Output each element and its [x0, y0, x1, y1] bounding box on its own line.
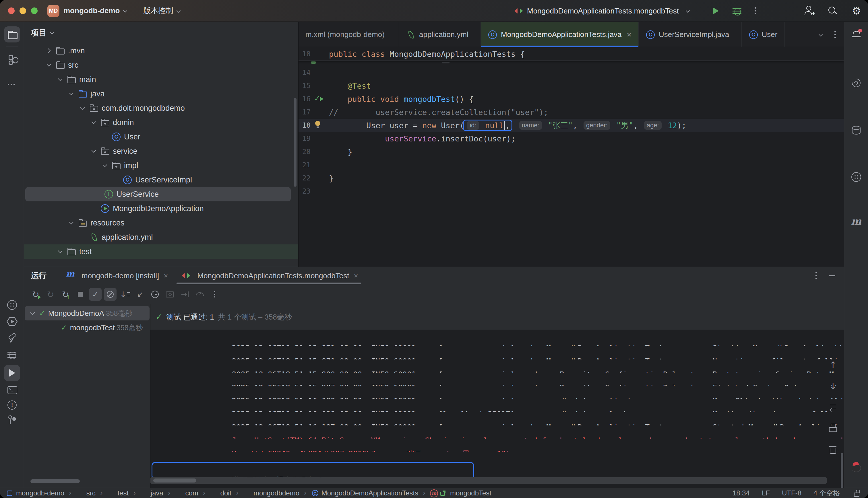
- notifications-button[interactable]: [848, 27, 864, 43]
- project-panel-header[interactable]: 项目: [24, 22, 298, 43]
- minimize-panel-icon[interactable]: [829, 275, 835, 276]
- more-tools-button[interactable]: [4, 76, 20, 92]
- close-tab-icon[interactable]: ×: [354, 271, 358, 280]
- database-tool-button[interactable]: [848, 122, 864, 139]
- close-tab-icon[interactable]: ×: [627, 30, 632, 39]
- editor-tab[interactable]: User: [742, 22, 785, 47]
- build-tool-button[interactable]: [4, 330, 20, 346]
- debug-tool-button[interactable]: [4, 347, 20, 363]
- tab-options-icon[interactable]: [833, 30, 837, 40]
- tree-row[interactable]: service: [24, 144, 298, 158]
- settings-gear-icon[interactable]: ⚙: [851, 5, 862, 17]
- toolbar-icon[interactable]: [208, 288, 221, 301]
- toolbar-icon[interactable]: [59, 288, 72, 301]
- gutter-icon[interactable]: [311, 79, 329, 92]
- clear-console-icon[interactable]: [827, 443, 839, 456]
- tree-chevron-icon[interactable]: [101, 161, 109, 170]
- encoding-indicator[interactable]: UTF-8: [782, 489, 801, 497]
- gutter-icon[interactable]: [311, 92, 329, 106]
- problems-tool-button[interactable]: [4, 397, 20, 413]
- project-scrollbar[interactable]: [294, 98, 297, 187]
- tree-row[interactable]: java: [24, 87, 298, 101]
- run-tab[interactable]: MongodbDemoApplicationTests.mongodbTest …: [174, 267, 364, 284]
- add-user-icon[interactable]: +: [803, 5, 815, 17]
- search-everywhere-icon[interactable]: [827, 5, 838, 16]
- panel-options-icon[interactable]: [815, 271, 817, 280]
- more-actions-button[interactable]: [754, 6, 756, 16]
- run-configuration-selector[interactable]: MongodbDemoApplicationTests.mongodbTest: [514, 0, 691, 22]
- breadcrumb-item[interactable]: src: [64, 488, 95, 497]
- tree-row[interactable]: User: [24, 130, 298, 144]
- scroll-down-icon[interactable]: ↓: [827, 380, 839, 392]
- indent-indicator[interactable]: 4 个空格: [814, 488, 840, 498]
- toolbar-icon[interactable]: [29, 288, 42, 301]
- services-right-button[interactable]: [848, 169, 864, 185]
- git-tool-button[interactable]: [4, 412, 20, 428]
- toolbar-icon[interactable]: [104, 288, 117, 301]
- tree-chevron-icon[interactable]: [90, 204, 99, 213]
- run-tab[interactable]: mongodb-demo [install] ×: [58, 267, 174, 284]
- tree-chevron-icon[interactable]: [93, 190, 102, 198]
- services-tool-button[interactable]: [4, 297, 20, 313]
- hidden-tabs-chevron-icon[interactable]: [818, 32, 824, 38]
- editor-tab[interactable]: m.xml (mongodb-demo): [299, 22, 399, 47]
- breadcrumb-item[interactable]: mongodbTest: [418, 488, 491, 497]
- tree-row[interactable]: UserService: [25, 187, 291, 201]
- test-tree-hscrollbar[interactable]: [30, 479, 80, 483]
- toolbar-icon[interactable]: [179, 288, 191, 301]
- tree-chevron-icon[interactable]: [90, 147, 99, 156]
- tree-row[interactable]: impl: [24, 158, 298, 173]
- breadcrumb-item[interactable]: test: [95, 488, 129, 497]
- breadcrumb-item[interactable]: com: [163, 488, 198, 497]
- tree-row[interactable]: UserServiceImpl: [24, 173, 298, 187]
- maven-tool-button[interactable]: m: [848, 213, 864, 229]
- minimize-window-button[interactable]: [20, 8, 26, 14]
- gutter-icon[interactable]: [311, 145, 329, 158]
- tree-chevron-icon[interactable]: [56, 75, 65, 84]
- gutter-icon[interactable]: [311, 66, 329, 79]
- breadcrumb-item[interactable]: doit: [198, 488, 231, 497]
- plugin-bird-button[interactable]: [848, 459, 864, 475]
- gutter-icon[interactable]: [311, 172, 329, 185]
- tree-row[interactable]: test: [24, 245, 298, 259]
- tree-chevron-icon[interactable]: [51, 323, 59, 332]
- tree-row[interactable]: main: [24, 72, 298, 87]
- test-result-row[interactable]: ✓ MongodbDemoA 358毫秒: [25, 306, 150, 320]
- scroll-up-icon[interactable]: ↑: [827, 358, 839, 371]
- gutter-icon[interactable]: [311, 132, 329, 145]
- editor-tab[interactable]: UserServiceImpl.java: [639, 22, 742, 47]
- zoom-window-button[interactable]: [31, 8, 38, 14]
- console-log[interactable]: 2025-12-06T18:51:15.871+08:00 INFO 60001…: [151, 330, 844, 488]
- console-vscrollbar[interactable]: [841, 453, 843, 488]
- gutter-icon[interactable]: [311, 185, 329, 198]
- tree-row[interactable]: src: [24, 58, 298, 72]
- breadcrumb-item[interactable]: mongodb-demo: [6, 489, 64, 497]
- tree-chevron-icon[interactable]: [67, 90, 76, 98]
- breadcrumb-item[interactable]: MongodbDemoApplicationTests: [299, 488, 418, 497]
- tree-row[interactable]: .mvn: [24, 43, 298, 58]
- run-tool-button[interactable]: [4, 365, 20, 381]
- tree-row[interactable]: application.yml: [24, 230, 298, 245]
- editor-tab[interactable]: MongodbDemoApplicationTests.java ×: [481, 22, 639, 47]
- tree-chevron-icon[interactable]: [56, 247, 65, 256]
- toolbar-icon[interactable]: [193, 288, 206, 301]
- structure-tool-button[interactable]: [4, 52, 20, 68]
- toolbar-icon[interactable]: [119, 288, 131, 301]
- project-tool-button[interactable]: [4, 26, 20, 42]
- tree-chevron-icon[interactable]: [90, 118, 99, 127]
- toolbar-icon[interactable]: [149, 288, 161, 301]
- console-hscrollbar[interactable]: [151, 477, 827, 484]
- test-result-row[interactable]: ✓ mongodbTest 358毫秒: [24, 320, 150, 335]
- tree-row[interactable]: resources: [24, 216, 298, 230]
- lightbulb-icon[interactable]: [311, 119, 329, 132]
- toolbar-icon[interactable]: [89, 288, 102, 301]
- tree-chevron-icon[interactable]: [45, 61, 54, 69]
- tree-chevron-icon[interactable]: [79, 233, 87, 241]
- soft-wrap-icon[interactable]: [827, 401, 839, 414]
- tree-chevron-icon[interactable]: [112, 175, 121, 184]
- toolbar-icon[interactable]: [134, 288, 146, 301]
- gutter-icon[interactable]: [311, 106, 329, 119]
- editor-tab[interactable]: application.yml: [399, 22, 481, 47]
- breadcrumb-item[interactable]: java: [129, 488, 163, 497]
- vcs-menu[interactable]: 版本控制: [143, 6, 173, 16]
